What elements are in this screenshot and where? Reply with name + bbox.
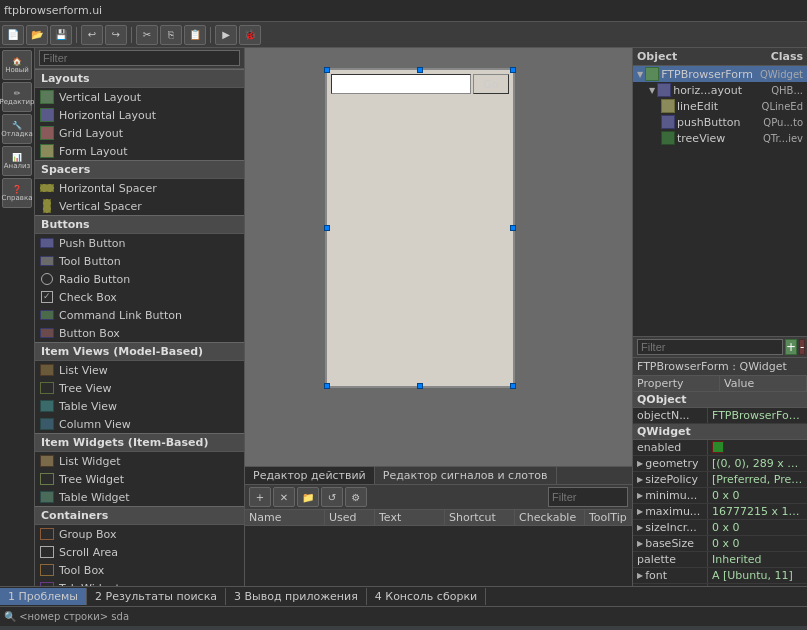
tab-widget-icon <box>39 580 55 586</box>
action-settings-btn[interactable]: ⚙ <box>345 487 367 507</box>
action-delete-btn[interactable]: ✕ <box>273 487 295 507</box>
widget-group-box[interactable]: Group Box <box>35 525 244 543</box>
obj-col-class: Class <box>771 50 803 63</box>
widget-table-widget[interactable]: Table Widget <box>35 488 244 506</box>
action-refresh-btn[interactable]: ↺ <box>321 487 343 507</box>
widget-vertical-spacer[interactable]: Vertical Spacer <box>35 197 244 215</box>
prop-row-palette[interactable]: palette Inherited <box>633 552 807 568</box>
mode-help[interactable]: ❓ Справка <box>2 178 32 208</box>
obj-item-ftpbrowserform[interactable]: ▼ FTPBrowserForm QWidget <box>633 66 807 82</box>
prop-row-sizeincrement[interactable]: ▶sizeIncr... 0 x 0 <box>633 520 807 536</box>
widget-list-widget[interactable]: List Widget <box>35 452 244 470</box>
widget-tree-view[interactable]: Tree View <box>35 379 244 397</box>
action-filter-input[interactable] <box>548 487 628 507</box>
toolbar-redo[interactable]: ↪ <box>105 25 127 45</box>
btab-problems[interactable]: 1 Проблемы <box>0 588 87 605</box>
btab-search-results[interactable]: 2 Результаты поиска <box>87 588 226 605</box>
mode-debug[interactable]: 🔧 Отладка <box>2 114 32 144</box>
tree-widget-icon <box>39 471 55 487</box>
prop-val-cursor: ↖ Arrow <box>708 584 807 586</box>
toolbar-new[interactable]: 📄 <box>2 25 24 45</box>
prop-row-sizepolicy[interactable]: ▶sizePolicy [Preferred, Prefer... <box>633 472 807 488</box>
treeview-label: treeView <box>677 132 725 145</box>
prop-row-minimumsize[interactable]: ▶minimu... 0 x 0 <box>633 488 807 504</box>
expand-arrow-main: ▼ <box>637 70 643 79</box>
action-tabs: Редактор действий Редактор сигналов и сл… <box>245 467 632 485</box>
prop-row-basesize[interactable]: ▶baseSize 0 x 0 <box>633 536 807 552</box>
analyze-icon: 📊 <box>12 153 22 162</box>
mode-edit[interactable]: ✏️ Редактир <box>2 82 32 112</box>
prop-row-font[interactable]: ▶font A [Ubuntu, 11] <box>633 568 807 584</box>
property-remove-button[interactable]: - <box>799 339 805 355</box>
toolbar-cut[interactable]: ✂ <box>136 25 158 45</box>
hlayout-class: QHB... <box>771 85 803 96</box>
widget-column-view[interactable]: Column View <box>35 415 244 433</box>
widget-tree-widget[interactable]: Tree Widget <box>35 470 244 488</box>
btab-app-output[interactable]: 3 Вывод приложения <box>226 588 367 605</box>
table-view-icon <box>39 398 55 414</box>
action-add-btn[interactable]: + <box>249 487 271 507</box>
widget-grid-layout[interactable]: Grid Layout <box>35 124 244 142</box>
filter-input[interactable] <box>39 50 240 66</box>
toolbar-open[interactable]: 📂 <box>26 25 48 45</box>
form-canvas[interactable]: Go <box>325 68 515 388</box>
prop-row-geometry[interactable]: ▶geometry [(0, 0), 289 x 499] <box>633 456 807 472</box>
action-folder-btn[interactable]: 📁 <box>297 487 319 507</box>
widget-tool-box[interactable]: Tool Box <box>35 561 244 579</box>
widget-form-layout[interactable]: Form Layout <box>35 142 244 160</box>
tab-signal-slot-editor[interactable]: Редактор сигналов и слотов <box>375 467 557 484</box>
btab-build-console[interactable]: 4 Консоль сборки <box>367 588 486 605</box>
toolbar-copy[interactable]: ⎘ <box>160 25 182 45</box>
toolbar-paste[interactable]: 📋 <box>184 25 206 45</box>
prop-name-palette: palette <box>633 552 708 567</box>
prop-row-cursor[interactable]: cursor ↖ Arrow <box>633 584 807 586</box>
form-input-row: Go <box>327 70 513 98</box>
category-containers: Containers <box>35 506 244 525</box>
widget-push-button[interactable]: Push Button <box>35 234 244 252</box>
ftpbrowserform-label: FTPBrowserForm <box>661 68 753 81</box>
object-tree: ▼ FTPBrowserForm QWidget ▼ horiz...ayout… <box>633 66 807 336</box>
enabled-checkbox[interactable] <box>712 441 724 453</box>
widget-list-view[interactable]: List View <box>35 361 244 379</box>
status-bar: 🔍 <номер строки> sda <box>0 606 807 626</box>
widget-button-box[interactable]: Button Box <box>35 324 244 342</box>
toolbar-undo[interactable]: ↩ <box>81 25 103 45</box>
prop-row-maximumsize[interactable]: ▶maximu... 16777215 x 16777215 <box>633 504 807 520</box>
widget-horizontal-layout[interactable]: Horizontal Layout <box>35 106 244 124</box>
widget-check-box[interactable]: Check Box <box>35 288 244 306</box>
tree-view-icon <box>39 380 55 396</box>
object-inspector-header: Object Class <box>633 48 807 66</box>
main-layout: 🏠 Новый ✏️ Редактир 🔧 Отладка 📊 Анализ ❓… <box>0 48 807 586</box>
mode-analyze[interactable]: 📊 Анализ <box>2 146 32 176</box>
mode-new[interactable]: 🏠 Новый <box>2 50 32 80</box>
widget-vertical-layout[interactable]: Vertical Layout <box>35 88 244 106</box>
action-table-header: Name Used Text Shortcut Checkable ToolTi… <box>245 510 632 526</box>
prop-row-enabled[interactable]: enabled <box>633 440 807 456</box>
obj-item-horiz-layout[interactable]: ▼ horiz...ayout QHB... <box>633 82 807 98</box>
widget-tool-button[interactable]: Tool Button <box>35 252 244 270</box>
list-view-icon <box>39 362 55 378</box>
form-go-button[interactable]: Go <box>473 74 509 94</box>
toolbar-debug[interactable]: 🐞 <box>239 25 261 45</box>
toolbar-run[interactable]: ▶ <box>215 25 237 45</box>
obj-item-treeview[interactable]: treeView QTr...iev <box>633 130 807 146</box>
toolbar-sep1 <box>76 27 77 43</box>
widget-command-link[interactable]: Command Link Button <box>35 306 244 324</box>
form-line-edit[interactable] <box>331 74 471 94</box>
prop-name-font: ▶font <box>633 568 708 583</box>
property-add-button[interactable]: + <box>785 339 797 355</box>
radio-button-icon <box>39 271 55 287</box>
widget-scroll-area[interactable]: Scroll Area <box>35 543 244 561</box>
widget-table-view[interactable]: Table View <box>35 397 244 415</box>
widget-radio-button[interactable]: Radio Button <box>35 270 244 288</box>
prop-row-objectname[interactable]: objectN... FTPBrowserForm <box>633 408 807 424</box>
property-breadcrumb: FTPBrowserForm : QWidget <box>633 358 807 376</box>
property-filter-input[interactable] <box>637 339 783 355</box>
obj-item-lineedit[interactable]: lineEdit QLineEd <box>633 98 807 114</box>
tab-action-editor[interactable]: Редактор действий <box>245 467 375 484</box>
toolbar-save[interactable]: 💾 <box>50 25 72 45</box>
widget-horizontal-spacer[interactable]: Horizontal Spacer <box>35 179 244 197</box>
pushbutton-class: QPu...to <box>763 117 803 128</box>
widget-tab-widget[interactable]: Tab Widget <box>35 579 244 586</box>
obj-item-pushbutton[interactable]: pushButton QPu...to <box>633 114 807 130</box>
